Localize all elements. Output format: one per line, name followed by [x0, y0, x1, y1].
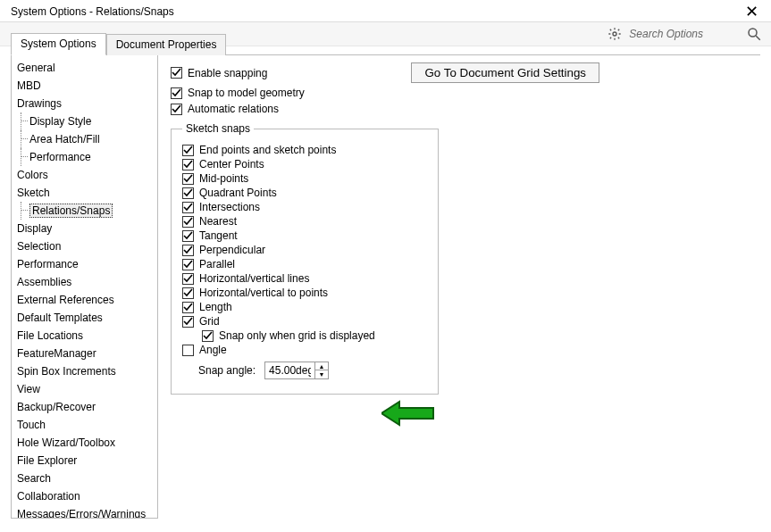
label-snap-angle: Snap angle: — [198, 364, 256, 377]
nav-area-hatch[interactable]: Area Hatch/Fill — [13, 130, 155, 148]
nav-assemblies[interactable]: Assemblies — [13, 273, 155, 291]
label-snap-model-geometry: Snap to model geometry — [188, 87, 305, 99]
label-quadrant: Quadrant Points — [199, 187, 277, 199]
content-pane: Enable snapping Go To Document Grid Sett… — [158, 55, 760, 519]
nav-sketch[interactable]: Sketch — [13, 184, 155, 202]
sketch-snaps-group: Sketch snaps End points and sketch point… — [171, 122, 439, 395]
checkbox-hv-points[interactable] — [182, 287, 194, 299]
nav-view[interactable]: View — [13, 380, 155, 398]
nav-general[interactable]: General — [13, 59, 155, 77]
nav-display[interactable]: Display — [13, 220, 155, 237]
checkbox-centerpoints[interactable] — [182, 159, 194, 170]
nav-spin-box-increments[interactable]: Spin Box Increments — [13, 362, 155, 380]
nav-featuremanager[interactable]: FeatureManager — [13, 345, 155, 362]
label-intersections: Intersections — [199, 201, 260, 213]
nav-colors[interactable]: Colors — [13, 166, 155, 184]
label-parallel: Parallel — [199, 258, 235, 270]
tab-document-properties[interactable]: Document Properties — [106, 34, 227, 55]
nav-performance-drawings[interactable]: Performance — [13, 148, 155, 166]
checkbox-midpoints[interactable] — [182, 173, 194, 185]
checkbox-parallel[interactable] — [182, 259, 194, 270]
checkbox-perpendicular[interactable] — [182, 245, 194, 256]
nav-relations-snaps[interactable]: Relations/Snaps — [13, 202, 155, 220]
nav-messages[interactable]: Messages/Errors/Warnings — [13, 505, 155, 519]
nav-mbd[interactable]: MBD — [13, 77, 155, 95]
checkbox-automatic-relations[interactable] — [171, 104, 182, 115]
checkbox-snap-model-geometry[interactable] — [171, 87, 182, 99]
nav-backup-recover[interactable]: Backup/Recover — [13, 398, 155, 416]
label-nearest: Nearest — [199, 215, 237, 228]
label-hv-points: Horizontal/vertical to points — [199, 287, 328, 299]
checkbox-hv-lines[interactable] — [182, 273, 194, 285]
label-angle: Angle — [199, 344, 227, 356]
snap-angle-input[interactable] — [265, 362, 314, 378]
nav-default-templates[interactable]: Default Templates — [13, 309, 155, 327]
annotation-arrow-icon — [381, 400, 435, 427]
close-icon[interactable]: ✕ — [740, 4, 764, 20]
tab-label: System Options — [21, 37, 96, 50]
label-snap-only-grid-displayed: Snap only when grid is displayed — [219, 329, 375, 342]
label-centerpoints: Center Points — [199, 158, 264, 170]
label-hv-lines: Horizontal/vertical lines — [199, 272, 309, 285]
checkbox-nearest[interactable] — [182, 216, 194, 228]
nav-performance[interactable]: Performance — [13, 255, 155, 273]
label-midpoints: Mid-points — [199, 172, 248, 185]
nav-file-locations[interactable]: File Locations — [13, 327, 155, 345]
nav-file-explorer[interactable]: File Explorer — [13, 452, 155, 470]
svg-marker-3 — [381, 402, 433, 425]
nav-touch[interactable]: Touch — [13, 416, 155, 434]
spin-down-icon[interactable]: ▼ — [315, 370, 328, 378]
checkbox-angle[interactable] — [182, 345, 194, 356]
label-automatic-relations: Automatic relations — [188, 103, 279, 115]
tab-label: Document Properties — [116, 38, 217, 51]
label-perpendicular: Perpendicular — [199, 244, 265, 256]
spin-up-icon[interactable]: ▲ — [315, 362, 328, 370]
checkbox-enable-snapping[interactable] — [171, 67, 182, 79]
sketch-snaps-legend: Sketch snaps — [182, 122, 254, 135]
checkbox-endpoints[interactable] — [182, 145, 194, 156]
label-endpoints: End points and sketch points — [199, 144, 336, 156]
label-enable-snapping: Enable snapping — [188, 67, 267, 79]
go-to-grid-settings-button[interactable]: Go To Document Grid Settings — [411, 62, 599, 83]
label-grid: Grid — [199, 315, 220, 328]
nav-external-references[interactable]: External References — [13, 291, 155, 309]
tab-system-options[interactable]: System Options — [11, 33, 106, 55]
label-length: Length — [199, 301, 232, 313]
checkbox-snap-only-grid-displayed[interactable] — [202, 330, 214, 342]
label-tangent: Tangent — [199, 229, 238, 242]
nav-search[interactable]: Search — [13, 470, 155, 487]
snap-angle-spinbox[interactable]: ▲ ▼ — [264, 362, 329, 379]
nav-tree: General MBD Drawings Display Style Area … — [11, 55, 158, 519]
checkbox-grid[interactable] — [182, 316, 194, 328]
nav-display-style[interactable]: Display Style — [13, 112, 155, 130]
window-title: System Options - Relations/Snaps — [11, 5, 174, 18]
nav-hole-wizard[interactable]: Hole Wizard/Toolbox — [13, 434, 155, 452]
checkbox-length[interactable] — [182, 302, 194, 313]
checkbox-quadrant[interactable] — [182, 187, 194, 199]
nav-drawings[interactable]: Drawings — [13, 95, 155, 112]
nav-selection[interactable]: Selection — [13, 237, 155, 255]
checkbox-tangent[interactable] — [182, 230, 194, 242]
checkbox-intersections[interactable] — [182, 202, 194, 213]
nav-collaboration[interactable]: Collaboration — [13, 487, 155, 505]
